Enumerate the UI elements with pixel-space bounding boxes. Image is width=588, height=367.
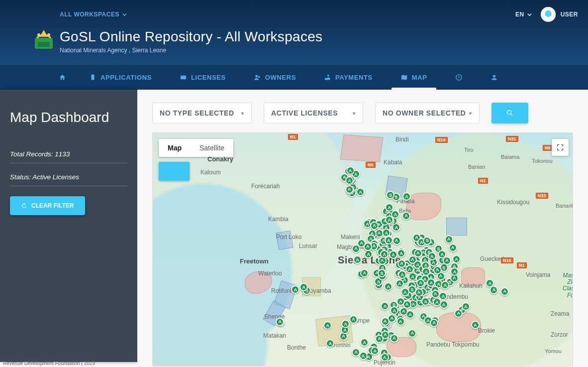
total-records-row: Total Records: 1133 <box>10 150 127 163</box>
license-marker[interactable]: A <box>449 244 457 252</box>
svg-text:?: ? <box>458 76 460 79</box>
place-label: Matakan <box>263 332 286 339</box>
primary-nav: APPLICATIONS LICENSES OWNERS PAYMENTS MA… <box>0 65 588 90</box>
main-content: NO TYPE SELECTED ▾ ACTIVE LICENSES ▾ NO … <box>137 90 588 367</box>
license-marker[interactable]: A <box>402 212 410 220</box>
license-marker[interactable]: A <box>345 185 354 194</box>
license-marker[interactable]: A <box>381 302 389 310</box>
license-marker[interactable]: A <box>415 288 423 297</box>
nav-map-label: MAP <box>412 74 427 81</box>
license-marker[interactable]: A <box>462 302 470 311</box>
language-label: EN <box>515 11 524 18</box>
license-marker[interactable]: A <box>408 329 416 338</box>
license-marker[interactable]: A <box>445 235 453 244</box>
license-marker[interactable]: A <box>349 315 358 324</box>
license-marker[interactable]: A <box>392 237 401 245</box>
license-marker[interactable]: A <box>381 353 389 362</box>
place-label: Zorzor <box>551 331 568 338</box>
language-selector[interactable]: EN <box>515 11 532 18</box>
svg-point-11 <box>507 111 511 115</box>
license-marker[interactable]: A <box>276 318 284 326</box>
person-icon <box>490 74 498 81</box>
caret-down-icon: ▾ <box>353 111 356 116</box>
svg-point-6 <box>258 76 260 78</box>
license-marker[interactable]: A <box>291 285 299 294</box>
license-marker[interactable]: A <box>441 281 449 289</box>
license-marker[interactable]: A <box>500 287 509 296</box>
place-label: Makeni <box>341 234 360 241</box>
license-marker[interactable]: A <box>385 236 393 245</box>
license-marker[interactable]: A <box>359 352 368 360</box>
road-shield: N16 <box>501 257 513 263</box>
nav-help[interactable]: ? <box>441 65 477 89</box>
license-marker[interactable]: A <box>396 317 405 326</box>
license-marker[interactable]: A <box>356 188 365 196</box>
caret-down-icon: ▾ <box>469 111 472 116</box>
user-avatar-icon[interactable] <box>541 7 556 22</box>
home-icon <box>59 74 66 81</box>
nav-profile[interactable] <box>477 65 512 89</box>
clipboard-icon <box>89 74 97 81</box>
svg-point-5 <box>255 75 258 77</box>
nav-home[interactable] <box>50 65 75 89</box>
license-marker[interactable]: A <box>414 249 422 257</box>
place-label: Forécariah <box>251 183 280 190</box>
map-type-map[interactable]: Map <box>159 139 191 157</box>
license-marker[interactable]: A <box>390 334 398 343</box>
nav-owners[interactable]: OWNERS <box>240 65 310 89</box>
map-canvas[interactable]: Map Satellite Conakry Kaloum Forécariah … <box>152 132 573 367</box>
owner-filter-dropdown[interactable]: NO OWNER SELECTED ▾ <box>375 103 480 123</box>
place-label: Kissidougou <box>497 199 529 206</box>
license-marker[interactable]: A <box>397 249 405 257</box>
map-type-satellite[interactable]: Satellite <box>191 139 233 157</box>
license-marker[interactable]: A <box>371 347 379 355</box>
license-marker[interactable]: A <box>360 338 369 347</box>
license-marker[interactable]: A <box>431 290 440 298</box>
license-marker[interactable]: A <box>471 321 480 329</box>
status-label: Status: <box>10 173 31 181</box>
license-area[interactable] <box>406 193 441 220</box>
search-button[interactable] <box>491 103 528 123</box>
workspace-dropdown[interactable]: ALL WORKSPACES <box>60 11 127 18</box>
nav-map[interactable]: MAP <box>387 65 441 89</box>
license-marker[interactable]: A <box>384 282 392 291</box>
status-row: Status: Active Licenses <box>10 173 127 186</box>
license-marker[interactable]: A <box>450 267 459 276</box>
road-shield: N5 <box>366 162 376 168</box>
license-marker[interactable]: A <box>397 259 406 268</box>
page-title: GoSL Online Repository - All Workspaces <box>60 29 578 45</box>
nav-owners-label: OWNERS <box>265 74 296 81</box>
workspace-dropdown-label: ALL WORKSPACES <box>60 11 119 18</box>
fullscreen-button[interactable] <box>552 139 569 156</box>
download-layers-button[interactable] <box>159 162 190 181</box>
nav-payments[interactable]: PAYMENTS <box>310 65 387 89</box>
sidebar-heading: Map Dashboard <box>10 110 127 125</box>
map-dashboard-sidebar: Map Dashboard Total Records: 1133 Status… <box>0 90 137 362</box>
license-marker[interactable]: A <box>381 317 390 326</box>
license-marker[interactable]: A <box>403 300 411 309</box>
license-marker[interactable]: A <box>405 265 414 273</box>
user-menu[interactable]: USER <box>561 11 578 18</box>
license-marker[interactable]: A <box>370 222 379 230</box>
nav-licenses[interactable]: LICENSES <box>166 65 240 89</box>
clear-filter-button[interactable]: CLEAR FILTER <box>10 196 85 215</box>
license-area[interactable] <box>446 218 467 236</box>
license-marker[interactable]: A <box>433 266 442 274</box>
map-icon <box>400 74 408 81</box>
license-marker[interactable]: A <box>346 166 355 175</box>
license-area[interactable] <box>340 134 383 162</box>
license-marker[interactable]: A <box>364 243 372 251</box>
license-marker[interactable]: A <box>395 279 404 288</box>
license-marker[interactable]: A <box>360 269 369 277</box>
license-marker[interactable]: S <box>378 269 386 277</box>
status-filter-dropdown[interactable]: ACTIVE LICENSES ▾ <box>264 103 363 123</box>
header-top-bar: ALL WORKSPACES EN USER <box>0 7 588 22</box>
place-label: Port Loko <box>276 234 301 241</box>
place-label: Voinjama <box>526 271 550 278</box>
place-label: Banankoro <box>556 203 573 209</box>
nav-applications[interactable]: APPLICATIONS <box>75 65 166 89</box>
app-header: ALL WORKSPACES EN USER GoSL Online Repos… <box>0 0 588 65</box>
svg-rect-4 <box>181 75 186 79</box>
license-marker[interactable]: A <box>389 250 397 259</box>
type-filter-dropdown[interactable]: NO TYPE SELECTED ▾ <box>152 103 252 123</box>
